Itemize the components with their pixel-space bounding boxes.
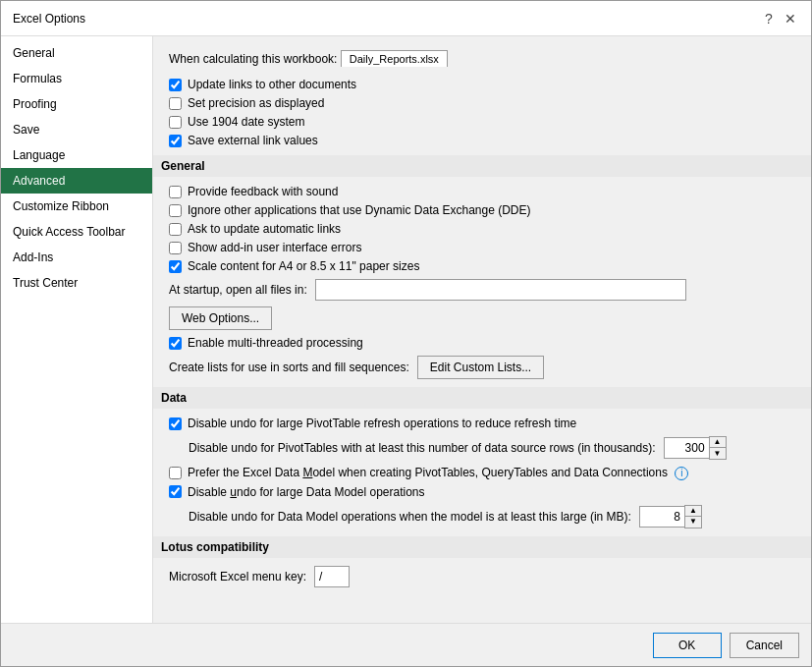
use-1904-checkbox[interactable]	[169, 116, 182, 129]
info-icon[interactable]: i	[675, 467, 688, 480]
disable-undo-mb-input[interactable]	[639, 506, 684, 528]
workbook-header: When calculating this workbook: Daily_Re…	[169, 44, 795, 73]
prefer-excel-model-checkbox[interactable]	[169, 467, 182, 479]
dialog-title: Excel Options	[13, 12, 85, 26]
mb-spinner-down-button[interactable]: ▼	[685, 517, 701, 528]
set-precision-row: Set precision as displayed	[169, 96, 795, 110]
ask-links-checkbox[interactable]	[169, 223, 182, 236]
ignore-dde-checkbox[interactable]	[169, 204, 182, 217]
create-lists-label: Create lists for use in sorts and fill s…	[169, 361, 409, 374]
web-options-row: Web Options...	[169, 306, 795, 330]
dialog-footer: OK Cancel	[1, 623, 811, 666]
prefer-excel-model-label: Prefer the Excel Data Model when creatin…	[188, 466, 688, 480]
create-lists-row: Create lists for use in sorts and fill s…	[169, 356, 795, 379]
workbook-section-label: When calculating this workbook:	[169, 52, 337, 66]
workbook-tab[interactable]: Daily_Reports.xlsx	[341, 50, 448, 67]
sidebar-item-advanced[interactable]: Advanced	[1, 168, 152, 194]
mb-spinner-buttons: ▲ ▼	[684, 505, 702, 528]
spinner-buttons: ▲ ▼	[709, 436, 727, 460]
sidebar: GeneralFormulasProofingSaveLanguageAdvan…	[1, 36, 153, 623]
feedback-sound-row: Provide feedback with sound	[169, 185, 795, 198]
disable-undo-data-model-checkbox[interactable]	[169, 485, 182, 498]
help-button[interactable]: ?	[760, 10, 778, 28]
disable-undo-data-model-row: Disable undo for large Data Model operat…	[169, 485, 795, 499]
ignore-dde-row: Ignore other applications that use Dynam…	[169, 203, 795, 217]
mb-spinner-up-button[interactable]: ▲	[685, 506, 701, 517]
sidebar-item-trust-center[interactable]: Trust Center	[1, 270, 152, 296]
menu-key-label: Microsoft Excel menu key:	[169, 570, 306, 584]
startup-input[interactable]	[315, 279, 686, 301]
multithread-checkbox[interactable]	[169, 337, 182, 350]
update-links-label: Update links to other documents	[188, 78, 356, 91]
startup-label: At startup, open all files in:	[169, 283, 307, 297]
title-controls: ? ✕	[760, 10, 799, 28]
save-external-label: Save external link values	[188, 134, 318, 147]
disable-undo-pivot-row: Disable undo for large PivotTable refres…	[169, 417, 795, 430]
startup-row: At startup, open all files in:	[169, 279, 795, 301]
use-1904-row: Use 1904 date system	[169, 115, 795, 129]
ok-button[interactable]: OK	[653, 633, 722, 658]
main-content: When calculating this workbook: Daily_Re…	[153, 36, 811, 623]
show-addin-errors-label: Show add-in user interface errors	[188, 241, 361, 254]
spinner-up-button[interactable]: ▲	[710, 437, 726, 448]
use-1904-label: Use 1904 date system	[188, 115, 304, 129]
disable-undo-data-model-label: Disable undo for large Data Model operat…	[188, 485, 425, 499]
multithread-row: Enable multi-threaded processing	[169, 336, 795, 350]
feedback-sound-checkbox[interactable]	[169, 186, 182, 198]
content-scroll[interactable]: When calculating this workbook: Daily_Re…	[153, 36, 811, 623]
sidebar-item-save[interactable]: Save	[1, 117, 152, 142]
sidebar-item-general[interactable]: General	[1, 40, 152, 66]
update-links-checkbox[interactable]	[169, 79, 182, 91]
menu-key-input[interactable]	[314, 566, 350, 587]
disable-undo-rows-row: Disable undo for PivotTables with at lea…	[189, 436, 795, 460]
cancel-button[interactable]: Cancel	[730, 633, 799, 658]
scale-content-label: Scale content for A4 or 8.5 x 11" paper …	[188, 259, 419, 273]
show-addin-errors-row: Show add-in user interface errors	[169, 241, 795, 254]
lotus-section-header: Lotus compatibility	[153, 536, 811, 558]
sidebar-item-proofing[interactable]: Proofing	[1, 91, 152, 117]
sidebar-item-formulas[interactable]: Formulas	[1, 66, 152, 91]
set-precision-label: Set precision as displayed	[188, 96, 324, 110]
close-button[interactable]: ✕	[782, 10, 799, 28]
menu-key-row: Microsoft Excel menu key:	[169, 566, 795, 587]
multithread-label: Enable multi-threaded processing	[188, 336, 363, 350]
edit-custom-lists-button[interactable]: Edit Custom Lists...	[417, 356, 544, 379]
general-section-header: General	[153, 155, 811, 177]
update-links-row: Update links to other documents	[169, 78, 795, 91]
ignore-dde-label: Ignore other applications that use Dynam…	[188, 203, 531, 217]
set-precision-checkbox[interactable]	[169, 97, 182, 110]
ask-links-label: Ask to update automatic links	[188, 222, 341, 236]
dialog-body: GeneralFormulasProofingSaveLanguageAdvan…	[1, 36, 811, 623]
disable-undo-mb-label: Disable undo for Data Model operations w…	[189, 510, 631, 524]
disable-undo-rows-input[interactable]	[664, 437, 709, 459]
disable-undo-mb-spinner: ▲ ▼	[639, 505, 702, 528]
general-checkboxes: Provide feedback with soundIgnore other …	[169, 185, 795, 273]
disable-undo-rows-label: Disable undo for PivotTables with at lea…	[189, 441, 656, 455]
scale-content-row: Scale content for A4 or 8.5 x 11" paper …	[169, 259, 795, 273]
sidebar-item-quick-access[interactable]: Quick Access Toolbar	[1, 219, 152, 245]
title-bar: Excel Options ? ✕	[1, 1, 811, 36]
sidebar-item-add-ins[interactable]: Add-Ins	[1, 245, 152, 270]
save-external-row: Save external link values	[169, 134, 795, 147]
prefer-excel-model-row: Prefer the Excel Data Model when creatin…	[169, 466, 795, 480]
disable-undo-pivot-label: Disable undo for large PivotTable refres…	[188, 417, 576, 430]
sidebar-item-customize-ribbon[interactable]: Customize Ribbon	[1, 194, 152, 219]
sidebar-item-language[interactable]: Language	[1, 142, 152, 168]
spinner-down-button[interactable]: ▼	[710, 448, 726, 459]
excel-options-dialog: Excel Options ? ✕ GeneralFormulasProofin…	[0, 0, 812, 667]
show-addin-errors-checkbox[interactable]	[169, 242, 182, 254]
data-section-header: Data	[153, 387, 811, 409]
ask-links-row: Ask to update automatic links	[169, 222, 795, 236]
disable-undo-pivot-checkbox[interactable]	[169, 417, 182, 430]
disable-undo-rows-spinner: ▲ ▼	[664, 436, 727, 460]
workbook-checkboxes: Update links to other documentsSet preci…	[169, 78, 795, 147]
disable-undo-mb-row: Disable undo for Data Model operations w…	[189, 505, 795, 528]
feedback-sound-label: Provide feedback with sound	[188, 185, 338, 198]
save-external-checkbox[interactable]	[169, 135, 182, 147]
content-inner: When calculating this workbook: Daily_Re…	[153, 36, 811, 601]
web-options-button[interactable]: Web Options...	[169, 306, 272, 330]
scale-content-checkbox[interactable]	[169, 260, 182, 273]
